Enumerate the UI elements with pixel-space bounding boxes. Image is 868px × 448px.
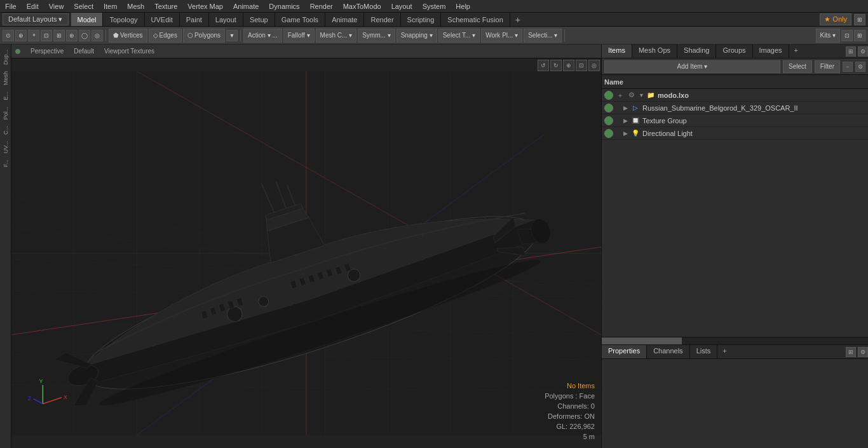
symm-btn[interactable]: Symm... ▾ xyxy=(358,29,395,43)
menu-maxtomodo[interactable]: MaxToModo xyxy=(338,1,386,11)
layout-maximize-btn[interactable]: ⊞ xyxy=(854,14,865,25)
vp-ctrl-rotate-left[interactable]: ↺ xyxy=(538,60,549,71)
tab-render[interactable]: Render xyxy=(364,13,400,26)
panel-tab-mesh-ops[interactable]: Mesh Ops xyxy=(632,44,677,58)
tool-icon-7[interactable]: ◯ xyxy=(79,30,90,41)
select-t-btn[interactable]: Select T... ▾ xyxy=(438,29,480,43)
sidebar-item-e[interactable]: E... xyxy=(1,89,10,103)
panel-tab-images[interactable]: Images xyxy=(753,44,789,58)
tab-uvedit[interactable]: UVEdit xyxy=(145,13,180,26)
menu-vertex-map[interactable]: Vertex Map xyxy=(182,1,228,11)
vertices-btn[interactable]: ⬟ Vertices xyxy=(109,29,147,43)
tab-topology[interactable]: Topology xyxy=(103,13,144,26)
tool-icon-6[interactable]: ⊛ xyxy=(66,30,78,41)
tab-game-tools[interactable]: Game Tools xyxy=(275,13,326,26)
vp-ctrl-zoom[interactable]: ⊕ xyxy=(563,60,574,71)
selecti-btn[interactable]: Selecti... ▾ xyxy=(524,29,562,43)
tool-icon-4[interactable]: ⊡ xyxy=(41,30,52,41)
expand-texture-group[interactable]: ▶ xyxy=(623,118,630,124)
tool-icon-5[interactable]: ⊞ xyxy=(53,30,65,41)
vp-ctrl-rotate-right[interactable]: ↻ xyxy=(550,60,562,71)
menu-edit[interactable]: Edit xyxy=(22,1,44,11)
expand-root[interactable]: ▼ xyxy=(639,92,645,98)
edges-btn[interactable]: ◇ Edges xyxy=(149,29,182,43)
properties-tab-channels[interactable]: Channels xyxy=(647,345,689,358)
panel-tab-shading[interactable]: Shading xyxy=(677,44,716,58)
vp-ctrl-frame[interactable]: ⊡ xyxy=(576,60,587,71)
visibility-directional-light[interactable] xyxy=(604,129,613,138)
sidebar-item-dup[interactable]: Dup... xyxy=(1,47,10,67)
add-item-btn[interactable]: Add Item ▾ xyxy=(604,60,780,73)
action-btn[interactable]: Action ▾ ... xyxy=(243,29,282,43)
visibility-root[interactable] xyxy=(604,91,613,100)
right-icon-2[interactable]: ⊞ xyxy=(854,30,865,41)
list-item-texture-group[interactable]: ▶ 🔲 Texture Group xyxy=(602,114,868,127)
falloff-btn[interactable]: Falloff ▾ xyxy=(283,29,315,43)
mesh-mode-extra[interactable]: ▼ xyxy=(226,30,238,41)
filter-btn[interactable]: Filter xyxy=(815,60,840,73)
panel-tab-groups[interactable]: Groups xyxy=(716,44,752,58)
properties-icon-expand[interactable]: ⊞ xyxy=(846,347,856,357)
snapping-btn[interactable]: Snapping ▾ xyxy=(397,29,437,43)
panel-scroll-area[interactable] xyxy=(602,337,868,344)
properties-add-tab[interactable]: + xyxy=(717,345,731,358)
properties-tab-lists[interactable]: Lists xyxy=(690,345,718,358)
right-icon-1[interactable]: ⊡ xyxy=(841,30,853,41)
viewport-textures[interactable]: Viewport Textures xyxy=(102,46,157,56)
viewport-perspective[interactable]: Perspective xyxy=(28,46,66,56)
sidebar-item-pol[interactable]: Pol... xyxy=(1,104,10,123)
menu-animate[interactable]: Animate xyxy=(228,1,264,11)
star-only-btn[interactable]: ★ Only xyxy=(820,13,851,25)
sidebar-item-c[interactable]: C... xyxy=(1,123,10,137)
tool-icon-2[interactable]: ⊕ xyxy=(15,30,27,41)
tool-icon-8[interactable]: ◎ xyxy=(92,30,103,41)
list-item-submarine[interactable]: ▶ ▷ Russian_Submarine_Belgorod_K_329_OSC… xyxy=(602,102,868,114)
sidebar-item-f[interactable]: F... xyxy=(1,157,10,170)
viewport-default[interactable]: Default xyxy=(71,46,97,56)
item-list[interactable]: + ⚙ ▼ 📁 modo.lxo ▶ ▷ Russian_Submarine_B… xyxy=(602,89,868,337)
tab-animate[interactable]: Animate xyxy=(325,13,364,26)
menu-view[interactable]: View xyxy=(44,1,69,11)
panel-tab-items[interactable]: Items xyxy=(602,44,632,58)
menu-help[interactable]: Help xyxy=(451,1,475,11)
layout-add-tab[interactable]: + xyxy=(510,13,526,27)
expand-submarine[interactable]: ▶ xyxy=(623,105,630,111)
visibility-submarine[interactable] xyxy=(604,104,613,112)
menu-file[interactable]: File xyxy=(0,1,22,11)
mesh-c-btn[interactable]: Mesh C... ▾ xyxy=(316,29,357,43)
menu-dynamics[interactable]: Dynamics xyxy=(264,1,304,11)
polygons-btn[interactable]: ⬡ Polygons xyxy=(183,29,225,43)
properties-tab-properties[interactable]: Properties xyxy=(602,345,647,358)
tab-model[interactable]: Model xyxy=(71,13,104,26)
visibility-texture-group[interactable] xyxy=(604,116,613,125)
expand-directional-light[interactable]: ▶ xyxy=(623,130,630,137)
panel-add-tab[interactable]: + xyxy=(789,44,803,58)
icon-root-settings[interactable]: ⚙ xyxy=(627,91,636,100)
panel-toolbar-icon-minus[interactable]: − xyxy=(843,62,853,72)
kits-btn[interactable]: Kits ▾ xyxy=(816,29,840,43)
panel-icon-expand[interactable]: ⊞ xyxy=(846,46,856,57)
tab-layout[interactable]: Layout xyxy=(209,13,243,26)
sidebar-item-uv[interactable]: UV... xyxy=(1,139,10,156)
select-btn[interactable]: Select xyxy=(783,60,812,73)
menu-mesh[interactable]: Mesh xyxy=(122,1,149,11)
layout-dropdown[interactable]: Default Layouts ▾ xyxy=(3,13,69,25)
icon-root-add[interactable]: + xyxy=(616,91,625,100)
tab-setup[interactable]: Setup xyxy=(243,13,275,26)
vp-ctrl-settings[interactable]: ◎ xyxy=(588,60,600,71)
list-item-directional-light[interactable]: ▶ 💡 Directional Light xyxy=(602,127,868,140)
menu-item[interactable]: Item xyxy=(98,1,122,11)
tool-icon-1[interactable]: ⊙ xyxy=(3,30,14,41)
menu-system[interactable]: System xyxy=(417,1,451,11)
list-item-root[interactable]: + ⚙ ▼ 📁 modo.lxo xyxy=(602,89,868,102)
menu-layout[interactable]: Layout xyxy=(386,1,417,11)
tab-schematic-fusion[interactable]: Schematic Fusion xyxy=(441,13,510,26)
menu-select[interactable]: Select xyxy=(69,1,98,11)
sidebar-item-mesh[interactable]: Mesh xyxy=(1,69,10,88)
panel-icon-settings[interactable]: ⚙ xyxy=(858,46,868,57)
viewport-dot[interactable] xyxy=(15,49,20,54)
viewport-canvas[interactable]: X Y Z No Items Polygons : Face Channels:… xyxy=(11,58,601,448)
panel-toolbar-icon-settings[interactable]: ⚙ xyxy=(855,62,865,72)
menu-texture[interactable]: Texture xyxy=(149,1,182,11)
work-pl-btn[interactable]: Work Pl... ▾ xyxy=(481,29,522,43)
